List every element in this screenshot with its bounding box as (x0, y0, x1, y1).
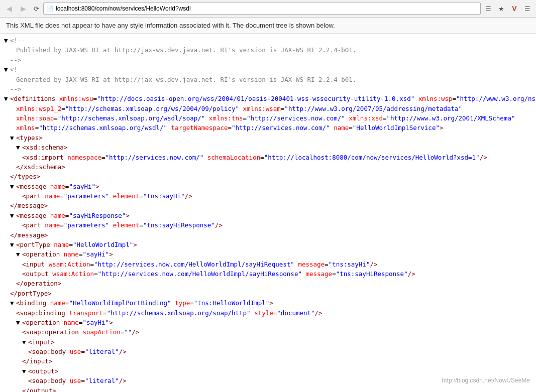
collapse-triangle[interactable]: ▼ (10, 298, 16, 308)
xml-attr-name: xmlns:soap (16, 114, 54, 122)
xml-line: <part name="parameters" element="tns:say… (4, 191, 532, 201)
collapse-triangle[interactable]: ▼ (10, 182, 16, 191)
xml-attr-value: "http://services.now.com/" (232, 124, 330, 132)
xml-line: xmlns:soap="http://schemas.xmlsoap.org/w… (4, 113, 532, 123)
bookmark-manager-button[interactable]: ☰ (483, 3, 494, 14)
xml-line: xmlns:wsp1_2="http://schemas.xmlsoap.org… (4, 104, 532, 113)
xml-line: ▼<!-- (4, 36, 532, 45)
xml-attr-name: name (54, 241, 69, 248)
collapse-triangle[interactable]: ▼ (16, 143, 22, 152)
xml-attr-value: "HelloWorldImpl" (73, 241, 133, 248)
collapse-triangle[interactable]: ▼ (10, 133, 16, 143)
reload-button[interactable]: ⟳ (31, 4, 41, 14)
xml-attr-name: xmlns:wsp (418, 95, 453, 102)
xml-attr-value: "tns:sayHiResponse" (336, 270, 408, 278)
address-bar-container: 📄 (43, 3, 481, 15)
xml-line: <xsd:import namespace="http://services.n… (4, 153, 532, 162)
xml-attr-value: "tns:sayHiResponse" (143, 221, 215, 229)
xml-attr-value: "parameters" (64, 192, 109, 200)
xml-attr-value: "http://schemas.xmlsoap.org/ws/2004/09/p… (65, 105, 239, 112)
xml-attr-value: "http://docs.oasis-open.org/wss/2004/01/… (97, 95, 414, 102)
xml-attr-value: "HelloWorldImplPortBinding" (69, 299, 171, 307)
xml-tag: <types> (16, 134, 43, 142)
xml-attr-value: "parameters" (64, 221, 109, 229)
xml-line: ▼<message name="sayHi"> (4, 182, 532, 191)
collapse-triangle[interactable]: ▼ (4, 36, 10, 45)
collapse-triangle[interactable]: ▼ (4, 94, 10, 103)
xml-tag: <part (22, 221, 41, 229)
xml-tag: > (109, 319, 113, 326)
xml-line: </types> (4, 172, 532, 181)
xml-line: ▼<message name="sayHiResponse"> (4, 211, 532, 220)
collapse-triangle[interactable]: ▼ (10, 211, 16, 220)
xml-tag: <message (16, 212, 46, 219)
xml-tag: </portType> (10, 290, 52, 297)
xml-attr-value: "http://schemas.xmlsoap.org/soap/http" (107, 309, 251, 317)
xml-tag: <input> (28, 338, 55, 346)
xml-line: --> (4, 84, 532, 94)
star-button[interactable]: ★ (496, 3, 507, 14)
xml-attr-name: name (45, 192, 60, 200)
xml-tag: </output> (22, 387, 56, 393)
xml-attr-name: name (45, 221, 60, 229)
xml-attr-name: element (113, 221, 140, 229)
xml-content: ▼<!-- Published by JAX-WS RI at http://j… (0, 34, 536, 392)
xml-line: </xsd:schema> (4, 162, 532, 172)
address-input[interactable] (56, 5, 477, 12)
vivaldi-button[interactable]: V (509, 3, 520, 14)
collapse-triangle[interactable]: ▼ (16, 249, 22, 259)
xml-line: xmlns="http://schemas.xmlsoap.org/wsdl/"… (4, 123, 532, 133)
xml-attr-value: "tns:sayHi" (329, 260, 370, 268)
xml-line: ▼<definitions xmlns:wsu="http://docs.oas… (4, 94, 532, 103)
back-button[interactable]: ◀ (3, 3, 15, 15)
xml-attr-name: use (70, 377, 81, 384)
xml-attr-value: "tns:sayHi" (143, 192, 185, 200)
collapse-triangle[interactable]: ▼ (16, 318, 22, 327)
xml-line: Published by JAX-WS RI at http://jax-ws.… (4, 45, 532, 55)
xml-tag: </message> (10, 231, 48, 239)
info-banner: This XML file does not appear to have an… (0, 18, 536, 34)
xml-tag: /> (215, 221, 223, 229)
xml-tag: <binding (16, 299, 46, 307)
xml-line: --> (4, 55, 532, 65)
xml-line: Generated by JAX-WS RI at http://jax-ws.… (4, 75, 532, 84)
xml-comment: Published by JAX-WS RI at http://jax-ws.… (16, 46, 356, 54)
xml-line: </message> (4, 201, 532, 210)
xml-attr-name: element (113, 192, 140, 200)
xml-attr-name: name (334, 124, 349, 132)
xml-tag: /> (408, 270, 415, 278)
page-icon: 📄 (47, 6, 54, 12)
xml-attr-value: "" (124, 328, 132, 336)
xml-tag: <soap:operation (22, 328, 79, 336)
xml-attr-value: "http://www.w3.org/ns/ws-policy" (456, 95, 536, 102)
xml-tag: <soap:binding (16, 309, 65, 317)
xml-attr-name: name (50, 299, 65, 307)
xml-tag: > (109, 250, 113, 258)
xml-tag: /> (132, 328, 139, 336)
xml-attr-value: "sayHi" (69, 183, 95, 190)
xml-line: <soap:operation soapAction=""/> (4, 327, 532, 337)
collapse-triangle[interactable]: ▼ (10, 240, 16, 249)
xml-tag: <portType (16, 241, 50, 248)
xml-attr-name: xmlns:wsam (243, 105, 281, 112)
xml-line: ▼<operation name="sayHi"> (4, 249, 532, 259)
collapse-triangle[interactable]: ▼ (22, 337, 28, 347)
xml-tag: <output> (28, 367, 58, 375)
collapse-triangle[interactable]: ▼ (4, 65, 10, 74)
xml-tag: > (133, 241, 137, 248)
xml-attr-value: "http://services.now.com/" (105, 154, 204, 161)
forward-button[interactable]: ▶ (17, 3, 29, 15)
xml-tag: </types> (10, 173, 40, 180)
xml-attr-name: namespace (67, 154, 101, 161)
menu-button[interactable]: ☰ (522, 3, 533, 14)
xml-attr-name: name (64, 250, 79, 258)
xml-attr-value: "http://services.now.com/" (247, 114, 345, 122)
xml-attr-name: wsam:Action (52, 270, 94, 278)
xml-comment: --> (10, 56, 22, 64)
xml-attr-value: "http://www.w3.org/2001/XMLSchema" (387, 114, 515, 122)
xml-tag: > (440, 124, 444, 132)
xml-attr-name: xmlns:wsu (59, 95, 93, 102)
xml-attr-name: name (50, 212, 65, 219)
collapse-triangle[interactable]: ▼ (22, 366, 28, 376)
xml-attr-value: "sayHi" (82, 319, 109, 326)
